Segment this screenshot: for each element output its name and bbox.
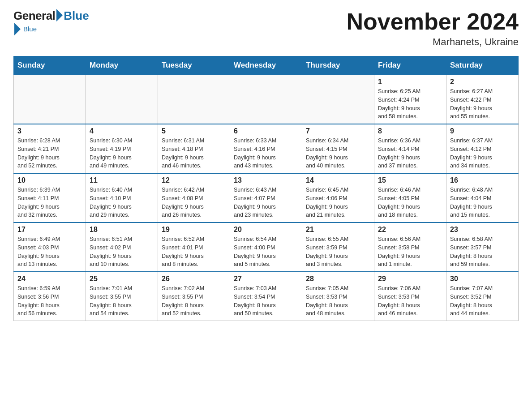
day-number: 24 [17, 275, 82, 283]
day-info: Sunrise: 6:48 AM Sunset: 4:04 PM Dayligh… [450, 186, 515, 219]
day-number: 30 [450, 275, 515, 283]
day-number: 1 [378, 78, 442, 86]
weekday-header-row: SundayMondayTuesdayWednesdayThursdayFrid… [14, 56, 519, 75]
weekday-header-wednesday: Wednesday [230, 56, 302, 75]
calendar-cell: 3Sunrise: 6:28 AM Sunset: 4:21 PM Daylig… [14, 124, 86, 173]
day-number: 17 [17, 226, 82, 234]
day-number: 15 [378, 176, 442, 184]
day-number: 28 [306, 275, 370, 283]
day-info: Sunrise: 7:06 AM Sunset: 3:53 PM Dayligh… [378, 284, 442, 318]
calendar-cell: 16Sunrise: 6:48 AM Sunset: 4:04 PM Dayli… [446, 173, 519, 223]
calendar-cell: 28Sunrise: 7:05 AM Sunset: 3:53 PM Dayli… [302, 272, 374, 321]
day-info: Sunrise: 6:42 AM Sunset: 4:08 PM Dayligh… [162, 186, 226, 219]
day-info: Sunrise: 7:05 AM Sunset: 3:53 PM Dayligh… [306, 284, 370, 318]
calendar-cell: 17Sunrise: 6:49 AM Sunset: 4:03 PM Dayli… [14, 223, 86, 272]
day-info: Sunrise: 6:43 AM Sunset: 4:07 PM Dayligh… [234, 186, 298, 219]
day-number: 5 [162, 127, 226, 135]
day-number: 22 [378, 226, 442, 234]
day-info: Sunrise: 7:07 AM Sunset: 3:52 PM Dayligh… [450, 284, 515, 318]
calendar-cell: 27Sunrise: 7:03 AM Sunset: 3:54 PM Dayli… [230, 272, 302, 321]
calendar-cell: 24Sunrise: 6:59 AM Sunset: 3:56 PM Dayli… [14, 272, 86, 321]
day-number: 20 [234, 226, 298, 234]
logo-triangle-icon [56, 9, 63, 21]
day-number: 7 [306, 127, 370, 135]
location-title: Marhanets, Ukraine [347, 36, 519, 48]
calendar-cell: 8Sunrise: 6:36 AM Sunset: 4:14 PM Daylig… [374, 124, 446, 173]
calendar-cell: 7Sunrise: 6:34 AM Sunset: 4:15 PM Daylig… [302, 124, 374, 173]
day-number: 10 [17, 176, 82, 184]
calendar-cell [14, 75, 86, 124]
day-number: 29 [378, 275, 442, 283]
calendar-cell: 13Sunrise: 6:43 AM Sunset: 4:07 PM Dayli… [230, 173, 302, 223]
calendar-cell: 1Sunrise: 6:25 AM Sunset: 4:24 PM Daylig… [374, 75, 446, 124]
day-number: 6 [234, 127, 298, 135]
day-info: Sunrise: 6:37 AM Sunset: 4:12 PM Dayligh… [450, 137, 515, 170]
day-number: 9 [450, 127, 515, 135]
day-info: Sunrise: 6:30 AM Sunset: 4:19 PM Dayligh… [90, 137, 154, 170]
calendar-cell: 25Sunrise: 7:01 AM Sunset: 3:55 PM Dayli… [86, 272, 158, 321]
day-info: Sunrise: 7:02 AM Sunset: 3:55 PM Dayligh… [162, 284, 226, 318]
day-number: 16 [450, 176, 515, 184]
weekday-header-sunday: Sunday [14, 56, 86, 75]
day-info: Sunrise: 7:01 AM Sunset: 3:55 PM Dayligh… [90, 284, 154, 318]
day-info: Sunrise: 6:25 AM Sunset: 4:24 PM Dayligh… [378, 87, 442, 121]
day-number: 26 [162, 275, 226, 283]
calendar-cell: 11Sunrise: 6:40 AM Sunset: 4:10 PM Dayli… [86, 173, 158, 223]
day-info: Sunrise: 6:45 AM Sunset: 4:06 PM Dayligh… [306, 186, 370, 219]
day-number: 23 [450, 226, 515, 234]
day-info: Sunrise: 6:33 AM Sunset: 4:16 PM Dayligh… [234, 137, 298, 170]
week-row-2: 3Sunrise: 6:28 AM Sunset: 4:21 PM Daylig… [14, 124, 519, 173]
weekday-header-thursday: Thursday [302, 56, 374, 75]
calendar-cell: 23Sunrise: 6:58 AM Sunset: 3:57 PM Dayli… [446, 223, 519, 272]
calendar-cell: 2Sunrise: 6:27 AM Sunset: 4:22 PM Daylig… [446, 75, 519, 124]
day-number: 25 [90, 275, 154, 283]
day-number: 13 [234, 176, 298, 184]
calendar-cell [230, 75, 302, 124]
calendar-cell: 20Sunrise: 6:54 AM Sunset: 4:00 PM Dayli… [230, 223, 302, 272]
day-info: Sunrise: 6:58 AM Sunset: 3:57 PM Dayligh… [450, 235, 515, 269]
day-info: Sunrise: 6:36 AM Sunset: 4:14 PM Dayligh… [378, 137, 442, 170]
weekday-header-saturday: Saturday [446, 56, 519, 75]
logo: General Blue Blue [13, 9, 89, 35]
calendar-cell: 29Sunrise: 7:06 AM Sunset: 3:53 PM Dayli… [374, 272, 446, 321]
day-number: 2 [450, 78, 515, 86]
day-info: Sunrise: 6:55 AM Sunset: 3:59 PM Dayligh… [306, 235, 370, 269]
calendar-cell: 15Sunrise: 6:46 AM Sunset: 4:05 PM Dayli… [374, 173, 446, 223]
day-info: Sunrise: 6:49 AM Sunset: 4:03 PM Dayligh… [17, 235, 82, 269]
day-number: 27 [234, 275, 298, 283]
day-info: Sunrise: 6:34 AM Sunset: 4:15 PM Dayligh… [306, 137, 370, 170]
week-row-4: 17Sunrise: 6:49 AM Sunset: 4:03 PM Dayli… [14, 223, 519, 272]
day-info: Sunrise: 7:03 AM Sunset: 3:54 PM Dayligh… [234, 284, 298, 318]
weekday-header-monday: Monday [86, 56, 158, 75]
calendar-cell: 14Sunrise: 6:45 AM Sunset: 4:06 PM Dayli… [302, 173, 374, 223]
month-title: November 2024 [347, 9, 519, 34]
day-info: Sunrise: 6:56 AM Sunset: 3:58 PM Dayligh… [378, 235, 442, 269]
day-info: Sunrise: 6:54 AM Sunset: 4:00 PM Dayligh… [234, 235, 298, 269]
day-number: 19 [162, 226, 226, 234]
calendar-cell [86, 75, 158, 124]
day-info: Sunrise: 6:40 AM Sunset: 4:10 PM Dayligh… [90, 186, 154, 219]
title-block: November 2024 Marhanets, Ukraine [347, 9, 519, 48]
day-number: 8 [378, 127, 442, 135]
day-info: Sunrise: 6:31 AM Sunset: 4:18 PM Dayligh… [162, 137, 226, 170]
calendar-cell: 18Sunrise: 6:51 AM Sunset: 4:02 PM Dayli… [86, 223, 158, 272]
logo-blue-text: Blue [64, 9, 89, 23]
calendar-cell: 5Sunrise: 6:31 AM Sunset: 4:18 PM Daylig… [158, 124, 230, 173]
weekday-header-friday: Friday [374, 56, 446, 75]
calendar-cell: 9Sunrise: 6:37 AM Sunset: 4:12 PM Daylig… [446, 124, 519, 173]
logo-subtitle: Blue [23, 25, 37, 33]
calendar-cell: 4Sunrise: 6:30 AM Sunset: 4:19 PM Daylig… [86, 124, 158, 173]
day-number: 11 [90, 176, 154, 184]
day-number: 12 [162, 176, 226, 184]
day-number: 21 [306, 226, 370, 234]
day-info: Sunrise: 6:59 AM Sunset: 3:56 PM Dayligh… [17, 284, 82, 318]
week-row-3: 10Sunrise: 6:39 AM Sunset: 4:11 PM Dayli… [14, 173, 519, 223]
calendar-cell: 22Sunrise: 6:56 AM Sunset: 3:58 PM Dayli… [374, 223, 446, 272]
day-number: 18 [90, 226, 154, 234]
calendar-cell: 10Sunrise: 6:39 AM Sunset: 4:11 PM Dayli… [14, 173, 86, 223]
calendar-cell: 30Sunrise: 7:07 AM Sunset: 3:52 PM Dayli… [446, 272, 519, 321]
day-number: 14 [306, 176, 370, 184]
logo-general-text: General [13, 9, 55, 23]
day-info: Sunrise: 6:52 AM Sunset: 4:01 PM Dayligh… [162, 235, 226, 269]
calendar-table: SundayMondayTuesdayWednesdayThursdayFrid… [13, 56, 519, 321]
